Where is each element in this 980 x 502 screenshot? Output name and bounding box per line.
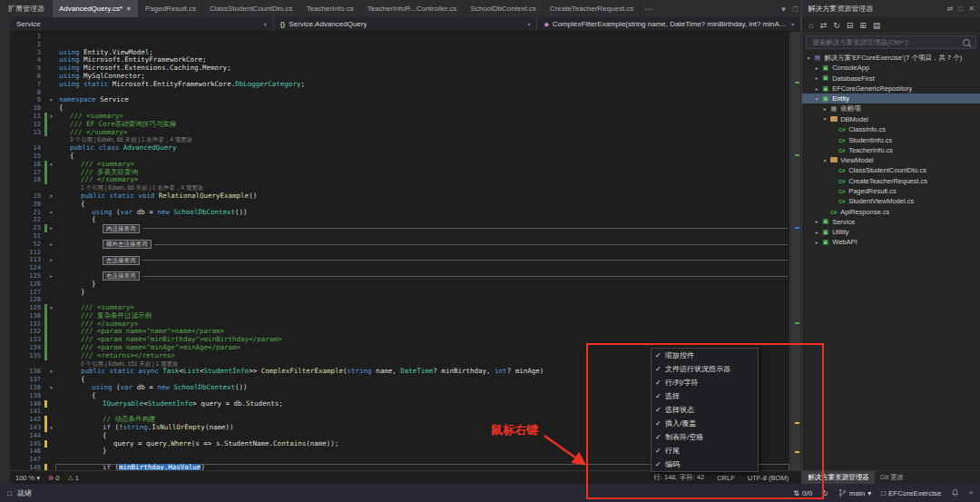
tree-item[interactable]: ▾ViewModel	[802, 155, 980, 165]
float-window-icon[interactable]	[958, 5, 963, 13]
code-line[interactable]: 1	[10, 33, 789, 41]
line-content[interactable]: public class AdvancedQuery	[55, 144, 789, 153]
context-menu-item[interactable]: ✓行尾	[652, 444, 758, 458]
expander-icon[interactable]: ▸	[813, 86, 820, 92]
line-content[interactable]: namespace Service	[55, 96, 789, 104]
context-menu-item[interactable]: ✓选择	[652, 389, 758, 403]
line-number[interactable]: 141	[10, 408, 44, 416]
line-number[interactable]: 142	[10, 416, 44, 424]
codelens-info[interactable]: 3 个引用 | Edwin, 86 天前 | 1 名作者，4 项更改	[70, 136, 192, 144]
line-number[interactable]: 2	[10, 41, 44, 49]
line-content[interactable]: 3 个引用 | Edwin, 86 天前 | 1 名作者，4 项更改	[55, 136, 789, 144]
line-number[interactable]: 21	[10, 209, 44, 217]
fold-arrow-icon[interactable]: ▾	[47, 192, 55, 201]
line-number[interactable]: 128	[10, 296, 44, 304]
code-line[interactable]: 126}	[10, 281, 789, 289]
code-line[interactable]: 113▸左连接查询	[10, 256, 789, 264]
line-content[interactable]: /// 多表关联查询	[55, 169, 789, 177]
line-number[interactable]: 3	[10, 49, 44, 57]
code-line[interactable]: 14public class AdvancedQuery	[10, 144, 789, 153]
expander-icon[interactable]: ▸	[813, 240, 820, 245]
breadcrumb-segment[interactable]: ComplexFilterExample(string name, DateTi…	[537, 17, 801, 31]
line-number[interactable]: 18	[10, 176, 44, 184]
line-number[interactable]: 126	[10, 281, 44, 289]
line-number[interactable]: 135	[10, 352, 44, 360]
tab-overflow-icon[interactable]	[641, 0, 656, 17]
tree-item[interactable]: ▸WebAPI	[802, 237, 980, 247]
tree-item[interactable]: ▾DBModel	[802, 114, 980, 124]
document-tab[interactable]: ClassStudentCountDto.cs	[203, 0, 300, 17]
expander-icon[interactable]: ▸	[813, 75, 820, 81]
code-line[interactable]: 9▾namespace Service	[10, 96, 789, 104]
code-line[interactable]: 125▸右连接查询	[10, 272, 789, 281]
fold-arrow-icon[interactable]: ▾	[47, 96, 55, 104]
line-number[interactable]: 11	[10, 113, 44, 121]
code-line[interactable]: 18/// </summary>	[10, 176, 789, 184]
code-line[interactable]: 10{	[10, 104, 789, 113]
sidebar-tab-extension-manager[interactable]: 扩展管理器	[0, 0, 53, 17]
code-line[interactable]: 17/// 多表关联查询	[10, 169, 789, 177]
expander-icon[interactable]: ▸	[813, 65, 820, 71]
error-count[interactable]: 0	[48, 474, 59, 482]
line-number[interactable]: 139	[10, 392, 44, 400]
line-number[interactable]: 51	[10, 232, 44, 241]
line-content[interactable]: 额外左连接查询	[55, 240, 789, 249]
tree-item[interactable]: ▸Utility	[802, 227, 980, 237]
code-line[interactable]: 13/// </summary>	[10, 129, 789, 137]
fold-arrow-icon[interactable]: ▾	[47, 304, 55, 312]
code-line[interactable]: 11▾/// <summary>	[10, 113, 789, 121]
line-number[interactable]: 52	[10, 241, 44, 249]
line-content[interactable]: {	[55, 104, 789, 113]
line-number[interactable]: 131	[10, 320, 44, 329]
tree-item[interactable]: StudentViewModel.cs	[802, 196, 980, 206]
line-number[interactable]: 147	[10, 456, 44, 464]
close-icon[interactable]	[126, 5, 132, 13]
tree-item[interactable]: ▾解决方案'EFCoreExercise'(7 个项目，共 7 个)	[802, 53, 980, 63]
code-line[interactable]: 130/// 复杂条件过滤示例	[10, 312, 789, 320]
line-content[interactable]: }	[55, 281, 789, 289]
line-number[interactable]: 16	[10, 161, 44, 169]
line-number[interactable]: 133	[10, 336, 44, 344]
chevron-down-icon[interactable]	[264, 21, 267, 27]
editor-scrollbar[interactable]	[789, 32, 801, 470]
refresh-status[interactable]	[822, 489, 828, 497]
document-tab[interactable]: CreateTeacherRequest.cs	[544, 0, 642, 17]
status-segment[interactable]: UTF-8 (BOM)	[748, 474, 789, 482]
context-menu-item[interactable]: ✓选择状态	[652, 403, 758, 417]
code-line[interactable]: 15{	[10, 153, 789, 161]
line-number[interactable]: 15	[10, 153, 44, 161]
document-tab[interactable]: PagedResult.cs	[139, 0, 203, 17]
context-menu-item[interactable]: ✓缩放控件	[652, 349, 758, 362]
show-all-files-icon[interactable]	[859, 21, 867, 30]
code-line[interactable]: 5using Microsoft.Extensions.Caching.Memo…	[10, 64, 789, 73]
line-number[interactable]: 144	[10, 432, 44, 440]
line-number[interactable]: 130	[10, 312, 44, 320]
document-tab[interactable]: SchoolDbContext.cs	[464, 0, 543, 17]
context-menu-item[interactable]: ✓行/列/字符	[652, 376, 758, 389]
line-number[interactable]: 12	[10, 121, 44, 129]
active-solution[interactable]: EFCoreExercise	[881, 489, 941, 497]
line-content[interactable]: /// <summary>	[55, 304, 789, 312]
line-number[interactable]: 127	[10, 289, 44, 297]
close-icon[interactable]	[968, 5, 975, 13]
fold-arrow-icon[interactable]: ▾	[47, 113, 55, 121]
fold-arrow-icon[interactable]: ▾	[47, 161, 55, 169]
line-number[interactable]: 5	[10, 64, 44, 73]
code-line[interactable]: 131/// </summary>	[10, 320, 789, 329]
line-number[interactable]: 17	[10, 169, 44, 177]
line-number[interactable]: 124	[10, 264, 44, 272]
line-content[interactable]: 内连接查询	[55, 224, 789, 233]
line-content[interactable]: /// <param name="minBirthday">minBirthda…	[55, 336, 789, 344]
expander-icon[interactable]: ▾	[821, 158, 828, 163]
context-menu-item[interactable]: ✓文件运行状况指示器	[652, 362, 758, 376]
warning-count[interactable]: 1	[68, 474, 79, 482]
line-number[interactable]: 145	[10, 440, 44, 448]
code-line[interactable]: 21▾using (var db = new SchoolDbContext()…	[10, 209, 789, 217]
line-number[interactable]: 148	[10, 464, 44, 470]
line-number[interactable]: 7	[10, 81, 44, 89]
line-number[interactable]: 14	[10, 144, 44, 153]
tree-item[interactable]: TeacherInfo.cs	[802, 145, 980, 155]
tree-item[interactable]: ▸DatabaseFirst	[802, 74, 980, 84]
fold-arrow-icon[interactable]: ▸	[47, 224, 55, 232]
tree-item[interactable]: ▸Service	[802, 217, 980, 227]
